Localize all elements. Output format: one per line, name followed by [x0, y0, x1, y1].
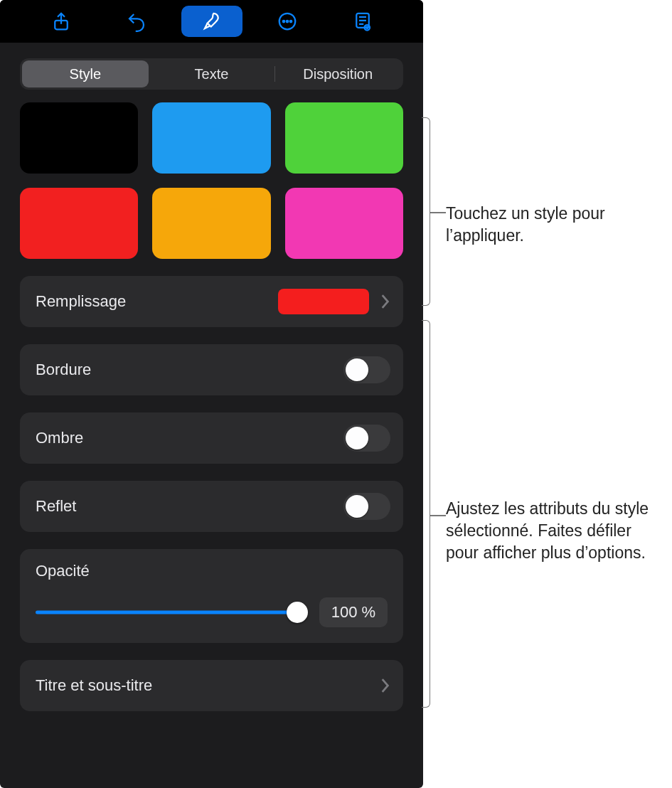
share-button[interactable] [31, 6, 92, 37]
svg-point-3 [286, 21, 288, 23]
row-label: Bordure [36, 361, 343, 379]
format-brush-button[interactable] [181, 6, 242, 37]
tab-style[interactable]: Style [22, 60, 149, 87]
top-toolbar [0, 0, 423, 43]
style-swatch[interactable] [285, 102, 403, 174]
border-row: Bordure [20, 344, 403, 395]
opacity-slider[interactable] [36, 602, 305, 623]
style-swatch[interactable] [20, 102, 138, 174]
reflection-toggle[interactable] [343, 493, 390, 520]
callout-text: Touchez un style pour l’appliquer. [446, 204, 605, 245]
svg-point-7 [366, 27, 368, 29]
bracket-icon [422, 117, 430, 306]
style-swatch[interactable] [152, 188, 270, 259]
callout-text: Ajustez les attributs du style sélection… [446, 499, 649, 562]
row-label: Titre et sous-titre [36, 676, 379, 695]
opacity-label: Opacité [36, 562, 388, 580]
tab-label: Style [70, 66, 101, 82]
format-inspector-panel: Style Texte Disposition Remplissage Bord… [0, 0, 423, 788]
reflection-row: Reflet [20, 481, 403, 532]
slider-track [36, 611, 305, 614]
chevron-right-icon [379, 678, 390, 693]
shadow-toggle[interactable] [343, 425, 390, 452]
chevron-right-icon [379, 294, 390, 309]
tab-label: Disposition [303, 66, 373, 82]
style-swatch[interactable] [285, 188, 403, 259]
callout-swatches: Touchez un style pour l’appliquer. [446, 203, 665, 247]
svg-point-4 [289, 21, 292, 23]
fill-row[interactable]: Remplissage [20, 276, 403, 327]
tab-layout[interactable]: Disposition [274, 60, 401, 87]
slider-thumb-icon [287, 602, 308, 623]
row-label: Reflet [36, 497, 343, 516]
tab-text[interactable]: Texte [149, 60, 275, 87]
svg-point-2 [282, 21, 284, 23]
opacity-value[interactable]: 100 % [319, 597, 388, 627]
shadow-row: Ombre [20, 412, 403, 464]
fill-label: Remplissage [36, 292, 278, 311]
fill-color-chip [278, 289, 369, 314]
style-swatch-grid [20, 102, 403, 259]
bracket-tick-icon [430, 212, 446, 213]
row-label: Ombre [36, 429, 343, 447]
style-swatch[interactable] [20, 188, 138, 259]
bracket-tick-icon [430, 515, 446, 516]
more-button[interactable] [257, 6, 318, 37]
bracket-icon [422, 320, 430, 708]
presenter-notes-button[interactable] [332, 6, 393, 37]
inspector-tabs: Style Texte Disposition [20, 58, 403, 90]
style-panel-body: Remplissage Bordure Ombre Reflet Opacité [0, 102, 423, 788]
tab-label: Texte [195, 66, 229, 82]
annotation-layer: Touchez un style pour l’appliquer. Ajust… [423, 0, 672, 788]
border-toggle[interactable] [343, 356, 390, 383]
style-swatch[interactable] [152, 102, 270, 174]
undo-button[interactable] [106, 6, 167, 37]
callout-attributes: Ajustez les attributs du style sélection… [446, 498, 665, 564]
opacity-row: Opacité 100 % [20, 549, 403, 643]
title-subtitle-row[interactable]: Titre et sous-titre [20, 660, 403, 711]
